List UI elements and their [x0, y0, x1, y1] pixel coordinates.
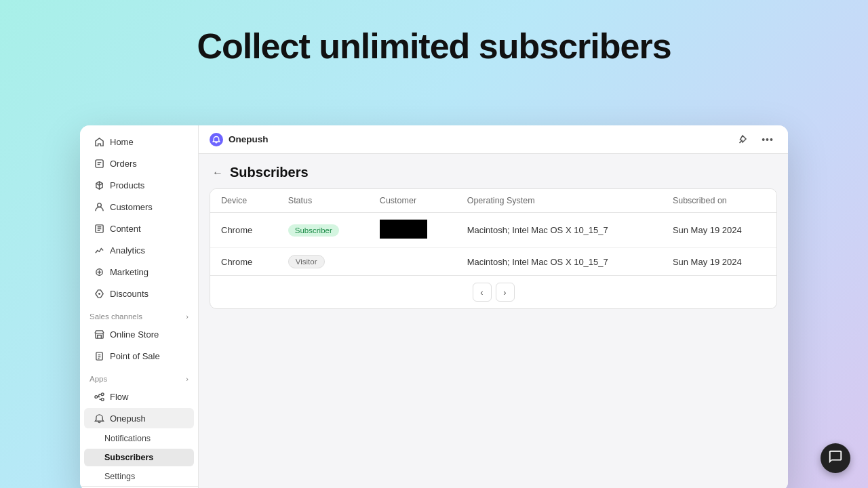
col-device: Device: [210, 189, 277, 213]
sidebar-item-marketing[interactable]: Marketing: [84, 262, 194, 282]
apps-section: Apps ›: [80, 367, 198, 386]
chat-icon: [828, 449, 843, 468]
sidebar-item-analytics[interactable]: Analytics: [84, 240, 194, 260]
app-window: Home Orders Products: [80, 125, 788, 488]
subscriber-badge: Subscriber: [288, 224, 339, 237]
sub-settings-label: Settings: [104, 472, 135, 481]
sidebar-onepush-label: Onepush: [110, 413, 146, 424]
sidebar-analytics-label: Analytics: [110, 245, 145, 256]
sidebar-home-label: Home: [110, 137, 134, 147]
back-button[interactable]: ←: [212, 167, 223, 179]
row2-os: Macintosh; Intel Mac OS X 10_15_7: [456, 248, 662, 276]
visitor-badge: Visitor: [288, 255, 325, 268]
next-page-button[interactable]: ›: [496, 283, 515, 302]
sidebar-item-products[interactable]: Products: [84, 175, 194, 195]
svg-point-3: [98, 293, 100, 295]
orders-icon: [94, 158, 104, 169]
table-header-row: Device Status Customer Operating System …: [210, 189, 776, 213]
sidebar-item-flow[interactable]: Flow: [84, 386, 194, 407]
sidebar-item-home[interactable]: Home: [84, 131, 194, 152]
row1-subscribed-on: Sun May 19 2024: [662, 213, 776, 248]
sales-channels-section: Sales channels ›: [80, 304, 198, 323]
hero-title: Collect unlimited subscribers: [0, 0, 868, 66]
sidebar-item-orders[interactable]: Orders: [84, 153, 194, 174]
sidebar-item-content[interactable]: Content: [84, 218, 194, 239]
sidebar-flow-label: Flow: [110, 392, 128, 402]
flow-icon: [94, 391, 104, 402]
top-bar-left: Onepush: [210, 133, 269, 146]
svg-point-8: [101, 398, 104, 401]
pagination: ‹ ›: [210, 275, 776, 308]
sidebar-sub-settings[interactable]: Settings: [84, 468, 194, 485]
app-icon: [210, 133, 223, 146]
col-customer: Customer: [369, 189, 456, 213]
top-bar-right: •••: [732, 130, 777, 149]
row1-customer: [369, 213, 456, 248]
sidebar-item-point-of-sale[interactable]: Point of Sale: [84, 346, 194, 366]
row1-status: Subscriber: [277, 213, 369, 248]
sidebar-marketing-label: Marketing: [110, 267, 149, 277]
marketing-icon: [94, 266, 104, 277]
prev-page-button[interactable]: ‹: [473, 283, 492, 302]
col-subscribed-on: Subscribed on: [662, 189, 776, 213]
sidebar-item-onepush[interactable]: Onepush: [84, 408, 194, 428]
table-row: Chrome Subscriber Macintosh; Intel Mac O…: [210, 213, 776, 248]
sidebar-item-discounts[interactable]: Discounts: [84, 283, 194, 304]
pin-button[interactable]: [732, 130, 751, 149]
sidebar-item-online-store[interactable]: Online Store: [84, 324, 194, 344]
svg-point-6: [94, 395, 97, 398]
sidebar-orders-label: Orders: [110, 159, 137, 169]
sidebar-customers-label: Customers: [110, 202, 153, 212]
row2-subscribed-on: Sun May 19 2024: [662, 248, 776, 276]
row2-device: Chrome: [210, 248, 277, 276]
col-os: Operating System: [456, 189, 662, 213]
svg-rect-0: [95, 159, 102, 167]
page-header: ← Subscribers: [199, 154, 788, 188]
sidebar-item-customers[interactable]: Customers: [84, 197, 194, 217]
store-icon: [94, 329, 104, 340]
sidebar-sub-notifications[interactable]: Notifications: [84, 430, 194, 447]
top-bar: Onepush •••: [199, 125, 788, 154]
sidebar: Home Orders Products: [80, 125, 199, 488]
analytics-icon: [94, 245, 104, 256]
discounts-icon: [94, 288, 104, 299]
table-row: Chrome Visitor Macintosh; Intel Mac OS X…: [210, 248, 776, 276]
chevron-right-icon: ›: [186, 312, 189, 321]
sidebar-online-store-label: Online Store: [110, 329, 159, 340]
customers-icon: [94, 201, 104, 212]
subscribers-label: Subscribers: [104, 453, 153, 462]
row1-os: Macintosh; Intel Mac OS X 10_15_7: [456, 213, 662, 248]
sidebar-discounts-label: Discounts: [110, 289, 149, 299]
apps-chevron-icon: ›: [186, 375, 189, 383]
chat-bubble-button[interactable]: [821, 443, 850, 473]
bell-icon: [94, 413, 104, 424]
page-title: Subscribers: [230, 165, 309, 180]
content-icon: [94, 223, 104, 234]
more-button[interactable]: •••: [758, 130, 777, 149]
home-icon: [94, 136, 104, 147]
sidebar-pos-label: Point of Sale: [110, 351, 160, 361]
svg-rect-4: [95, 333, 102, 338]
main-content: Onepush ••• ← Subscribers: [199, 125, 788, 488]
products-icon: [94, 180, 104, 190]
svg-point-7: [101, 392, 104, 395]
subscribers-table-container: Device Status Customer Operating System …: [210, 188, 777, 309]
pos-icon: [94, 350, 104, 361]
sidebar-content-label: Content: [110, 224, 141, 234]
row2-status: Visitor: [277, 248, 369, 276]
row2-customer: [369, 248, 456, 276]
top-bar-app-name: Onepush: [229, 134, 269, 144]
col-status: Status: [277, 189, 369, 213]
notifications-label: Notifications: [104, 434, 151, 443]
sidebar-products-label: Products: [110, 180, 144, 190]
row1-device: Chrome: [210, 213, 277, 248]
customer-placeholder: [380, 220, 427, 239]
sidebar-sub-subscribers[interactable]: Subscribers: [84, 449, 194, 466]
subscribers-table: Device Status Customer Operating System …: [210, 189, 776, 275]
svg-point-1: [97, 203, 101, 207]
